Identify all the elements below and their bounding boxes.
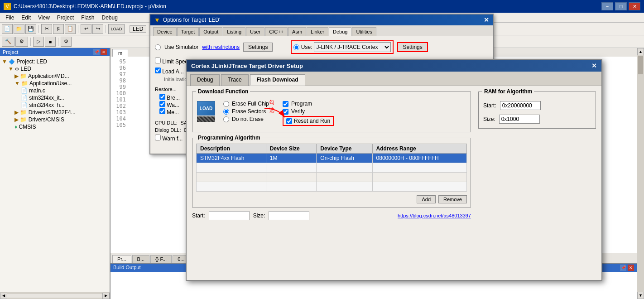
- use-radio[interactable]: [293, 44, 299, 50]
- tree-stm32it[interactable]: 📄 stm32f4xx_it...: [2, 94, 108, 101]
- tree-led[interactable]: ▼ ⚙ LED: [2, 65, 108, 72]
- sim-link[interactable]: with restrictions: [202, 44, 240, 50]
- limit-speed-checkbox[interactable]: [155, 58, 161, 63]
- close-button[interactable]: ✕: [629, 2, 640, 10]
- table-row-empty2: [197, 173, 467, 182]
- options-tab-linker[interactable]: Linker: [307, 27, 328, 36]
- scroll-up-btn[interactable]: ▲: [637, 48, 644, 55]
- cell-range: 08000000H - 080FFFFFH: [372, 154, 466, 163]
- add-button[interactable]: Add: [417, 195, 436, 203]
- cpu-dll-label: CPU DLL:: [155, 120, 178, 125]
- cb-bre[interactable]: [159, 94, 165, 100]
- toolbar-copy[interactable]: ⎘: [53, 24, 64, 34]
- cb-me[interactable]: [159, 108, 165, 114]
- toolbar-rebuild[interactable]: ⚙: [15, 37, 28, 47]
- jlink-tab-flash[interactable]: Flash Download: [250, 74, 305, 86]
- project-hscrollbar[interactable]: ◀ ▶: [0, 292, 110, 299]
- tab-project[interactable]: Pr...: [112, 255, 131, 263]
- options-tab-utilities[interactable]: Utilities: [352, 27, 376, 36]
- options-titlebar: ▼ Options for Target 'LED' ✕: [150, 14, 493, 25]
- ram-size-input[interactable]: [499, 115, 540, 124]
- options-tab-user[interactable]: User: [246, 27, 264, 36]
- options-tab-listing[interactable]: Listing: [223, 27, 245, 36]
- options-tab-asm[interactable]: Asm: [288, 27, 306, 36]
- menu-view[interactable]: View: [34, 14, 53, 22]
- sim-settings-button[interactable]: Settings: [243, 43, 273, 52]
- toolbar-undo[interactable]: ↩: [81, 24, 91, 34]
- col-address-range: Address Range: [372, 144, 466, 154]
- bottom-start-label: Start:: [192, 212, 205, 219]
- panel-close-icon[interactable]: ✕: [101, 49, 107, 55]
- toolbar-redo[interactable]: ↪: [92, 24, 103, 34]
- options-close-button[interactable]: ✕: [484, 16, 489, 24]
- menu-edit[interactable]: Edit: [18, 14, 34, 22]
- code-tab-main[interactable]: m: [112, 49, 128, 57]
- options-tab-device[interactable]: Device: [153, 27, 177, 36]
- options-tab-target[interactable]: Target: [177, 27, 199, 36]
- tree-drivers-stm[interactable]: ▶ 📁 Drivers/STM32F4...: [2, 109, 108, 116]
- scroll-right-btn[interactable]: ▶: [102, 293, 110, 299]
- scroll-left-btn[interactable]: ◀: [0, 293, 7, 299]
- sim-radio[interactable]: [155, 44, 161, 50]
- ram-start-row: Start:: [483, 101, 591, 110]
- toolbar-save[interactable]: 💾: [25, 24, 36, 34]
- scroll-down-btn[interactable]: ▼: [637, 292, 644, 299]
- jlink-tab-trace[interactable]: Trace: [221, 74, 248, 86]
- remove-button[interactable]: Remove: [438, 195, 467, 203]
- csdn-link[interactable]: https://blog.csdn.net/as48013397: [398, 213, 471, 218]
- build-close-icon[interactable]: ✕: [628, 265, 634, 271]
- cell-type: On-chip Flash: [317, 154, 372, 163]
- options-tab-cpp[interactable]: C/C++: [265, 27, 288, 36]
- toolbar-debug-stop[interactable]: ■: [45, 37, 56, 47]
- app-icon: V: [4, 3, 11, 10]
- load-checkbox[interactable]: [155, 68, 161, 73]
- toolbar-settings[interactable]: ⚙: [61, 37, 72, 47]
- minimize-button[interactable]: −: [601, 2, 613, 10]
- cb-wa[interactable]: [159, 101, 165, 107]
- warn-checkbox[interactable]: [155, 135, 161, 140]
- toolbar-open[interactable]: 📁: [14, 24, 24, 34]
- maximize-button[interactable]: □: [615, 2, 627, 10]
- table-row[interactable]: STM32F4xx Flash 1M On-chip Flash 0800000…: [197, 154, 467, 163]
- tree-project[interactable]: ▼ 🔷 Project: LED: [2, 58, 108, 65]
- toolbar-debug-start[interactable]: ▷: [33, 37, 44, 47]
- tree-cmsis[interactable]: ♦ CMSIS: [2, 123, 108, 130]
- options-tab-debug[interactable]: Debug: [329, 27, 351, 36]
- menu-debug[interactable]: Debug: [98, 14, 121, 22]
- do-not-erase-radio[interactable]: [223, 116, 229, 122]
- tree-main-c[interactable]: 📄 main.c: [2, 87, 108, 94]
- build-pin-icon[interactable]: 📌: [620, 265, 626, 271]
- erase-sectors-radio[interactable]: [223, 109, 229, 115]
- ram-box: RAM for Algorithm Start: Size:: [478, 92, 596, 129]
- tab-func[interactable]: {} F...: [150, 255, 172, 263]
- tree-app-md[interactable]: ▶ 📁 Application/MD...: [2, 72, 108, 80]
- menu-flash[interactable]: Flash: [77, 14, 98, 22]
- tree-stm32h[interactable]: 📄 stm32f4xx_h...: [2, 101, 108, 109]
- menu-project[interactable]: Project: [53, 14, 77, 22]
- bottom-size-input[interactable]: [269, 211, 309, 220]
- tree-drivers-cmsis[interactable]: ▶ 📁 Drivers/CMSIS: [2, 116, 108, 123]
- use-settings-button[interactable]: Settings: [397, 42, 428, 52]
- ram-start-input[interactable]: [500, 101, 541, 110]
- options-tab-output[interactable]: Output: [199, 27, 222, 36]
- toolbar-paste[interactable]: 📋: [65, 24, 76, 34]
- toolbar-new[interactable]: 📄: [2, 24, 13, 34]
- use-select[interactable]: J-LINK / J-TRACE Cortex ULINK2/ME Cortex…: [314, 42, 391, 52]
- tab-build[interactable]: B...: [132, 255, 150, 263]
- toolbar-build[interactable]: 🔨: [2, 37, 14, 47]
- jlink-tab-debug[interactable]: Debug: [190, 74, 220, 86]
- right-scrollbar[interactable]: ▲ ▼: [637, 48, 644, 299]
- toolbar-load[interactable]: LOAD: [108, 24, 125, 34]
- toolbar-cut[interactable]: ✂: [41, 24, 52, 34]
- bottom-start-input[interactable]: [209, 211, 250, 220]
- tree-app-use[interactable]: ▼ 📁 Application/Use...: [2, 80, 108, 87]
- programming-algorithm-box: Programming Algorithm Description Device…: [192, 138, 471, 207]
- panel-pin-icon[interactable]: 📌: [93, 49, 100, 55]
- reset-run-row: Reset and Run 勾选: [283, 116, 334, 126]
- jlink-close-button[interactable]: ✕: [591, 62, 597, 69]
- download-function-content: LOAD Erase Full Chip Erase Sectors: [197, 99, 466, 127]
- scroll-thumb[interactable]: [638, 56, 643, 74]
- scroll-track[interactable]: [637, 55, 644, 292]
- erase-full-radio[interactable]: [223, 101, 229, 107]
- menu-file[interactable]: File: [2, 14, 18, 22]
